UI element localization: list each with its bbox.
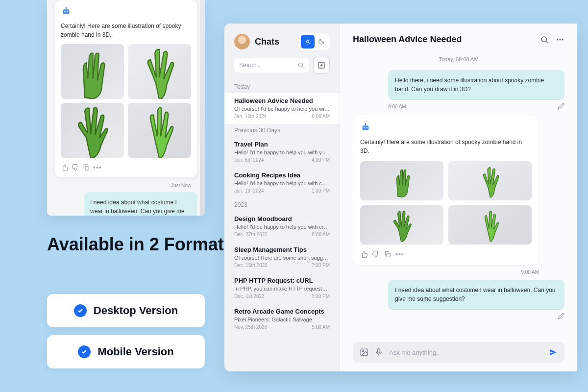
desktop-version-badge: Desktop Version <box>47 294 205 327</box>
search-icon[interactable] <box>540 35 549 44</box>
section-label: 2023 <box>224 198 340 211</box>
copy-icon[interactable] <box>82 164 90 172</box>
bot-reply-text: Certainly! Here are some illustration of… <box>360 138 532 155</box>
chat-list: Today Halloween Advice Needed Of course!… <box>224 80 340 371</box>
thumbs-up-icon[interactable] <box>360 250 368 258</box>
svg-point-18 <box>366 127 368 129</box>
svg-point-17 <box>364 127 365 129</box>
sidebar: Chats Search.. Today Halloween Advice Ne… <box>224 24 340 371</box>
check-icon <box>74 304 87 317</box>
generated-image[interactable] <box>128 103 191 158</box>
chat-item[interactable]: Cooking Recipes Idea Hello! I'd be happy… <box>224 168 340 198</box>
message-timestamp: Just Now <box>171 183 191 188</box>
desktop-mockup: Chats Search.. Today Halloween Advice Ne… <box>224 24 577 371</box>
generated-image[interactable] <box>128 44 191 99</box>
thumbs-down-icon[interactable] <box>72 164 79 172</box>
generated-image[interactable] <box>360 205 443 245</box>
date-separator: Today, 09:00 AM <box>353 56 564 62</box>
svg-rect-16 <box>363 125 369 130</box>
search-placeholder: Search.. <box>239 62 294 69</box>
generated-image[interactable] <box>360 161 443 200</box>
generated-image[interactable] <box>61 103 124 158</box>
message-meta: 9:00 AM <box>388 103 564 110</box>
image-icon[interactable] <box>360 348 368 357</box>
thumbs-up-icon[interactable] <box>61 164 69 172</box>
message-actions: ••• <box>61 164 191 172</box>
message-actions: ••• <box>360 250 532 258</box>
check-icon <box>78 345 91 358</box>
badge-label: Mobile Version <box>98 345 173 358</box>
svg-point-2 <box>67 11 68 13</box>
image-grid <box>360 161 532 245</box>
message-timestamp: 9:00 AM <box>388 104 406 109</box>
message-meta <box>388 313 564 319</box>
edit-icon[interactable] <box>558 313 564 319</box>
svg-point-9 <box>307 41 309 43</box>
svg-point-10 <box>298 63 302 67</box>
bot-icon <box>61 6 72 17</box>
svg-rect-24 <box>378 349 380 353</box>
generated-image[interactable] <box>61 44 124 99</box>
chat-input-bar[interactable]: Ask me anything.. <box>353 342 564 363</box>
generated-image[interactable] <box>448 161 532 200</box>
chat-input[interactable]: Ask me anything.. <box>389 349 543 356</box>
light-mode-button[interactable] <box>301 35 315 49</box>
bot-reply-text: Certainly! Here are some illustration of… <box>61 22 191 39</box>
edit-icon[interactable] <box>558 103 564 110</box>
mobile-mockup: Certainly! Here are some illustration of… <box>47 0 205 216</box>
sidebar-title: Chats <box>255 37 294 47</box>
mic-icon[interactable] <box>374 348 383 357</box>
svg-point-20 <box>365 123 367 124</box>
search-input[interactable]: Search.. <box>234 58 309 73</box>
chat-item[interactable]: Design Moodboard Hello! I'd be happy to … <box>224 211 340 242</box>
chat-main: Halloween Advice Needed Today, 09:00 AM … <box>340 24 577 371</box>
user-message: I need idea about what costume I wear in… <box>388 280 564 310</box>
section-label: Today <box>224 80 340 93</box>
new-chat-button[interactable] <box>313 57 330 74</box>
bot-message-card: Certainly! Here are some illustration of… <box>353 115 539 266</box>
chat-item[interactable]: Retro Arcade Game Concepts Pixel Pioneer… <box>224 304 340 335</box>
image-grid <box>61 44 191 158</box>
generated-image[interactable] <box>448 205 532 245</box>
bot-message-card: Certainly! Here are some illustration of… <box>55 0 197 177</box>
send-icon[interactable] <box>549 348 558 357</box>
section-label: Previous 30 Days <box>224 124 340 137</box>
user-message: I need idea about what costume I wear in… <box>84 192 197 216</box>
more-icon[interactable]: ••• <box>93 164 102 172</box>
more-icon[interactable]: ••• <box>395 250 404 258</box>
theme-toggle <box>299 33 330 50</box>
headline: Available in 2 Format <box>47 233 224 256</box>
dark-mode-button[interactable] <box>315 35 328 49</box>
user-message: Hello there, i need some illustration ab… <box>388 70 564 100</box>
svg-point-12 <box>541 37 547 42</box>
svg-rect-21 <box>387 253 390 257</box>
svg-point-15 <box>562 39 564 40</box>
copy-icon[interactable] <box>384 250 392 258</box>
badge-label: Desktop Version <box>94 304 178 317</box>
svg-rect-0 <box>63 9 70 14</box>
svg-point-4 <box>66 7 67 8</box>
svg-point-13 <box>557 39 558 40</box>
avatar[interactable] <box>234 34 250 49</box>
thumbs-down-icon[interactable] <box>372 250 380 258</box>
svg-rect-5 <box>85 167 89 170</box>
chat-item[interactable]: Halloween Advice Needed Of course! I'd b… <box>224 93 340 124</box>
chat-title: Halloween Advice Needed <box>353 34 533 45</box>
chat-item[interactable]: PHP HTTP Request: cURL In PHP, you can m… <box>224 273 340 304</box>
svg-point-1 <box>64 11 66 13</box>
svg-point-23 <box>362 350 364 352</box>
more-icon[interactable] <box>556 35 564 44</box>
message-timestamp: 9:00 AM <box>353 270 539 275</box>
chat-item[interactable]: Sleep Management Tips Of course! Here ar… <box>224 242 340 273</box>
search-icon <box>297 62 304 69</box>
chat-item[interactable]: Travel Plan Hello! I'd be happy to help … <box>224 137 340 168</box>
bot-icon <box>360 122 371 133</box>
mobile-version-badge: Mobile Version <box>47 335 205 368</box>
svg-point-14 <box>560 39 561 40</box>
scrollbar[interactable] <box>200 0 205 216</box>
